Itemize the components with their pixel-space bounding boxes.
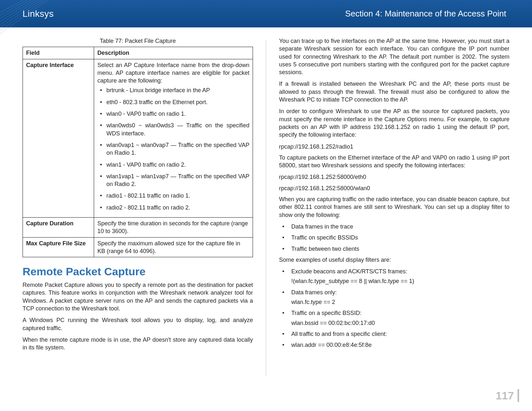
paragraph: When you are capturing traffic on the ra… bbox=[279, 195, 509, 219]
list-item: All traffic to and from a specific clien… bbox=[279, 330, 509, 338]
desc-capture-interface: Select an AP Capture Interface name from… bbox=[94, 59, 253, 217]
paragraph: Some examples of useful display filters … bbox=[279, 256, 509, 264]
list-item: Exclude beacons and ACK/RTS/CTS frames: … bbox=[279, 268, 509, 285]
page-header: Linksys Section 4: Maintenance of the Ac… bbox=[0, 0, 532, 27]
page-number-bar bbox=[517, 389, 519, 402]
desc-intro: Select an AP Capture Interface name from… bbox=[97, 61, 249, 85]
paragraph: In order to configure Wireshark to use t… bbox=[279, 107, 509, 139]
filter-code: !(wlan.fc.type_subtype == 8 || wlan.fc.t… bbox=[291, 277, 509, 285]
field-max-file-size: Max Capture File Size bbox=[23, 237, 94, 257]
list-item: wlan.addr == 00:00:e8:4e:5f:8e bbox=[279, 341, 509, 349]
section-heading: Remote Packet Capture bbox=[23, 264, 253, 279]
list-item: Traffic between two clients bbox=[279, 245, 509, 253]
table-row: Capture Interface Select an AP Capture I… bbox=[23, 59, 253, 217]
code-example: rpcap://192.168.1.252:58000/eth0 bbox=[279, 173, 509, 181]
right-column: You can trace up to five interfaces on t… bbox=[279, 37, 509, 382]
filter-label: Exclude beacons and ACK/RTS/CTS frames: bbox=[291, 268, 407, 275]
brand-name: Linksys bbox=[23, 9, 54, 19]
code-example: rpcap://192.168.1.252:58000/wlan0 bbox=[279, 184, 509, 192]
table-caption: Table 77: Packet File Capture bbox=[23, 37, 253, 45]
paragraph: Remote Packet Capture allows you to spec… bbox=[23, 281, 253, 312]
filter-code: wlan.bssid == 00:02:bc:00:17:d0 bbox=[291, 319, 509, 327]
interface-list: brtrunk - Linux bridge interface in the … bbox=[97, 86, 249, 211]
code-example: rpcap://192.168.1.252/radio1 bbox=[279, 143, 509, 151]
list-item: wlan0wds0 ~ wlan0wds3 — Traffic on the s… bbox=[99, 122, 249, 137]
filter-label: Data frames only: bbox=[291, 289, 337, 296]
list-item: radio1 - 802.11 traffic on radio 1. bbox=[99, 192, 249, 200]
filter-label: Traffic on a specific BSSID: bbox=[291, 310, 362, 316]
section-title-header: Section 4: Maintenance of the Access Poi… bbox=[345, 9, 506, 19]
list-item: brtrunk - Linux bridge interface in the … bbox=[99, 86, 249, 94]
list-item: wlan0 - VAP0 traffic on radio 1. bbox=[99, 110, 249, 118]
paragraph: When the remote capture mode is in use, … bbox=[23, 336, 253, 352]
field-capture-duration: Capture Duration bbox=[23, 218, 94, 238]
list-item: Data frames in the trace bbox=[279, 223, 509, 230]
filter-examples-list: Exclude beacons and ACK/RTS/CTS frames: … bbox=[279, 268, 509, 349]
filter-types-list: Data frames in the trace Traffic on spec… bbox=[279, 223, 509, 253]
list-item: wlan1 - VAP0 traffic on radio 2. bbox=[99, 161, 249, 169]
page-body: Table 77: Packet File Capture Field Desc… bbox=[0, 27, 532, 382]
page-number: 117 bbox=[496, 389, 514, 402]
column-divider bbox=[266, 40, 266, 376]
table-header-description: Description bbox=[94, 47, 253, 59]
paragraph: A Windows PC running the Wireshark tool … bbox=[23, 316, 253, 332]
desc-max-file-size: Specify the maximum allowed size for the… bbox=[94, 237, 253, 257]
paragraph: If a firewall is installed between the W… bbox=[279, 80, 509, 103]
packet-capture-table: Field Description Capture Interface Sele… bbox=[23, 47, 253, 257]
table-row: Max Capture File Size Specify the maximu… bbox=[23, 237, 253, 257]
filter-label: wlan.addr == 00:00:e8:4e:5f:8e bbox=[291, 342, 372, 348]
list-item: radio2 - 802.11 traffic on radio 2. bbox=[99, 204, 249, 211]
paragraph: You can trace up to five interfaces on t… bbox=[279, 37, 509, 76]
field-capture-interface: Capture Interface bbox=[23, 59, 94, 217]
table-row: Capture Duration Specify the time durati… bbox=[23, 218, 253, 238]
left-column: Table 77: Packet File Capture Field Desc… bbox=[23, 37, 253, 382]
filter-label: All traffic to and from a specific clien… bbox=[291, 331, 387, 337]
table-header-field: Field bbox=[23, 47, 94, 59]
list-item: Traffic on a specific BSSID: wlan.bssid … bbox=[279, 309, 509, 327]
list-item: Data frames only: wlan.fc.type == 2 bbox=[279, 289, 509, 306]
list-item: wlan0vap1 ~ wlan0vap7 — Traffic on the s… bbox=[99, 141, 249, 157]
filter-code: wlan.fc.type == 2 bbox=[291, 298, 509, 306]
paragraph: To capture packets on the Ethernet inter… bbox=[279, 154, 509, 170]
list-item: eth0 - 802.3 traffic on the Ethernet por… bbox=[99, 98, 249, 106]
list-item: Traffic on specific BSSIDs bbox=[279, 234, 509, 241]
list-item: wlan1vap1 ~ wlan1vap7 — Traffic on the s… bbox=[99, 172, 249, 188]
desc-capture-duration: Specify the time duration in seconds for… bbox=[94, 218, 253, 238]
